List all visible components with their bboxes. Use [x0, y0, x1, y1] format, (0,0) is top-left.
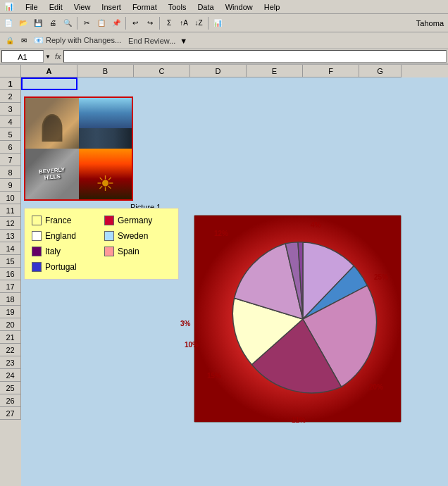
spreadsheet: A B C D E F G 1 2 3 4 5 6 7 8 9 10 11 12…	[0, 65, 448, 486]
row-10[interactable]: 10	[0, 192, 21, 204]
legend-germany: Germany	[104, 214, 171, 227]
open-button[interactable]: 📂	[16, 16, 30, 30]
row-25[interactable]: 25	[0, 382, 21, 394]
legend-spain: Spain	[104, 245, 171, 258]
pct-12: 12%	[214, 230, 228, 237]
security-button[interactable]: 🔒	[3, 34, 17, 48]
redo-button[interactable]: ↪	[143, 16, 157, 30]
sep3	[159, 17, 160, 30]
row-26[interactable]: 26	[0, 394, 21, 407]
preview-button[interactable]: 🔍	[61, 16, 75, 30]
sep2	[125, 17, 126, 30]
row-20[interactable]: 20	[0, 318, 21, 331]
email-button[interactable]: ✉	[18, 34, 30, 48]
undo-button[interactable]: ↩	[128, 16, 142, 30]
legend-france: France	[32, 214, 99, 227]
menu-view[interactable]: View	[71, 2, 94, 12]
row-13[interactable]: 13	[0, 230, 21, 242]
reply-with-changes[interactable]: 📧 Reply with Changes...	[31, 35, 124, 46]
pct-20: 20%	[369, 383, 383, 391]
sum-button[interactable]: Σ	[162, 16, 176, 30]
row-19[interactable]: 19	[0, 306, 21, 318]
row-8[interactable]: 8	[0, 166, 21, 179]
row-7[interactable]: 7	[0, 154, 21, 166]
menu-tools[interactable]: Tools	[166, 2, 189, 12]
england-label: England	[45, 231, 76, 241]
col-B[interactable]: B	[77, 65, 134, 77]
sort-desc-button[interactable]: ↓Z	[192, 16, 206, 30]
col-G[interactable]: G	[359, 65, 402, 77]
row-17[interactable]: 17	[0, 280, 21, 293]
row-23[interactable]: 23	[0, 356, 21, 369]
row-11[interactable]: 11	[0, 204, 21, 217]
row-2[interactable]: 2	[0, 90, 21, 103]
france-label: France	[45, 216, 71, 225]
cell-reference[interactable]: A1	[1, 50, 44, 63]
cells-area[interactable]: Picture 1 France Germany England	[21, 77, 448, 486]
print-button[interactable]: 🖨	[46, 16, 60, 30]
row-headers: 1 2 3 4 5 6 7 8 9 10 11 12 13 14 15 16 1…	[0, 77, 21, 486]
row-12[interactable]: 12	[0, 217, 21, 230]
menu-insert[interactable]: Insert	[99, 2, 124, 12]
picture-grid	[25, 98, 132, 199]
sep4	[208, 17, 209, 30]
selected-cell-a1	[21, 77, 77, 90]
sort-asc-button[interactable]: ↑A	[177, 16, 191, 30]
col-C[interactable]: C	[134, 65, 190, 77]
new-button[interactable]: 📄	[1, 16, 15, 30]
photo-top-right	[79, 98, 132, 149]
col-A[interactable]: A	[21, 65, 77, 77]
cell-ref-dropdown[interactable]: ▼	[45, 54, 51, 60]
pct-15: 15%	[207, 372, 221, 380]
photo-bottom-left	[25, 149, 79, 199]
paste-button[interactable]: 📌	[109, 16, 123, 30]
row-4[interactable]: 4	[0, 116, 21, 128]
row-18[interactable]: 18	[0, 293, 21, 306]
menu-data[interactable]: Data	[194, 2, 216, 12]
save-button[interactable]: 💾	[31, 16, 45, 30]
picture-1[interactable]	[24, 96, 133, 201]
font-name-label: Tahoma	[416, 19, 444, 27]
row-16[interactable]: 16	[0, 268, 21, 280]
row-15[interactable]: 15	[0, 255, 21, 268]
row-14[interactable]: 14	[0, 242, 21, 255]
formula-input[interactable]	[63, 50, 447, 63]
spain-color	[104, 247, 114, 256]
pie-chart[interactable]: 4% 12% 25% 20% 11% 3% 15% 10%	[194, 215, 402, 423]
row-21[interactable]: 21	[0, 331, 21, 344]
menu-window[interactable]: Window	[223, 2, 256, 12]
row-5[interactable]: 5	[0, 128, 21, 141]
legend-sweden: Sweden	[104, 230, 171, 242]
sheet-body: 1 2 3 4 5 6 7 8 9 10 11 12 13 14 15 16 1…	[0, 77, 448, 486]
col-E[interactable]: E	[247, 65, 303, 77]
row-27[interactable]: 27	[0, 407, 21, 420]
germany-color	[104, 216, 114, 225]
sweden-color	[104, 231, 114, 241]
col-D[interactable]: D	[190, 65, 247, 77]
chart-button[interactable]: 📊	[211, 16, 225, 30]
copy-button[interactable]: 📋	[94, 16, 108, 30]
row-22[interactable]: 22	[0, 344, 21, 356]
col-F[interactable]: F	[303, 65, 359, 77]
app-icon: 📊	[1, 1, 17, 12]
corner-cell	[0, 65, 21, 77]
row-1[interactable]: 1	[0, 77, 21, 90]
menu-file[interactable]: File	[23, 2, 41, 12]
menu-format[interactable]: Format	[130, 2, 160, 12]
germany-label: Germany	[118, 216, 152, 225]
menu-edit[interactable]: Edit	[46, 2, 66, 12]
menu-help[interactable]: Help	[261, 2, 283, 12]
england-color	[32, 231, 42, 241]
row-6[interactable]: 6	[0, 141, 21, 154]
reply-dropdown[interactable]: ▼	[180, 37, 187, 45]
cut-button[interactable]: ✂	[80, 16, 94, 30]
column-headers: A B C D E F G	[0, 65, 448, 77]
pct-4: 4%	[311, 221, 321, 229]
toolbar-2: 🔒 ✉ 📧 Reply with Changes... End Review..…	[0, 32, 448, 49]
end-review[interactable]: End Review...	[125, 36, 178, 46]
italy-label: Italy	[45, 247, 61, 256]
row-24[interactable]: 24	[0, 369, 21, 382]
row-3[interactable]: 3	[0, 103, 21, 116]
legend-england: England	[32, 230, 99, 242]
row-9[interactable]: 9	[0, 179, 21, 192]
